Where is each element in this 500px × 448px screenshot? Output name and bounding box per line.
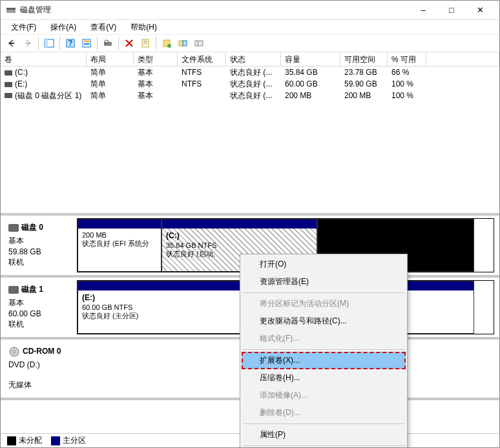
toolbar: ? — [1, 34, 499, 52]
svg-point-2 — [13, 11, 14, 12]
close-button[interactable]: ✕ — [466, 1, 494, 19]
cell-status: 状态良好 (... — [226, 66, 281, 79]
partition[interactable]: 200 MB状态良好 (EFI 系统分 — [78, 219, 161, 272]
col-capacity[interactable]: 容量 — [281, 52, 340, 66]
ctx-change-letter[interactable]: 更改驱动器号和路径(C)... — [242, 312, 406, 330]
svg-rect-10 — [84, 41, 89, 42]
disk-icon — [8, 224, 19, 232]
tool-button-3[interactable] — [192, 36, 206, 50]
svg-rect-21 — [179, 41, 183, 46]
disk-status: 无媒体 — [8, 380, 74, 391]
cell-layout: 简单 — [87, 90, 134, 102]
cell-capacity: 200 MB — [281, 90, 340, 101]
delete-button[interactable] — [122, 36, 136, 50]
col-layout[interactable]: 布局 — [87, 52, 134, 66]
partition-size: 200 MB — [82, 231, 157, 239]
ctx-shrink-volume[interactable]: 压缩卷(H)... — [242, 369, 406, 387]
svg-text:?: ? — [68, 39, 72, 48]
menu-file[interactable]: 文件(F) — [5, 21, 43, 34]
disk-name: CD-ROM 0 — [8, 346, 74, 358]
volume-icon — [5, 93, 12, 98]
help-button[interactable]: ? — [63, 36, 78, 50]
col-volume[interactable]: 卷 — [1, 52, 87, 66]
cell-capacity: 60.00 GB — [281, 79, 340, 89]
cell-free: 59.90 GB — [340, 79, 388, 89]
disk-status: 联机 — [8, 319, 74, 330]
svg-rect-1 — [6, 8, 16, 10]
ctx-mark-active: 将分区标记为活动分区(M) — [242, 295, 406, 312]
ctx-explorer[interactable]: 资源管理器(E) — [242, 273, 406, 290]
properties-button[interactable] — [138, 36, 152, 50]
svg-rect-22 — [183, 41, 187, 46]
partition-size: 35.84 GB NTFS — [166, 241, 313, 249]
cell-capacity: 35.84 GB — [281, 67, 340, 77]
cell-pct: 100 % — [388, 79, 426, 89]
partition-status: 状态良好 (EFI 系统分 — [82, 239, 157, 249]
disk-type: 基本 — [8, 298, 74, 309]
svg-rect-4 — [25, 43, 30, 44]
maximize-button[interactable]: □ — [437, 1, 466, 19]
volume-icon — [5, 70, 12, 76]
cell-pct: 100 % — [388, 90, 426, 101]
title-bar: 磁盘管理 – □ ✕ — [1, 1, 499, 20]
ctx-add-mirror: 添加镜像(A)... — [242, 387, 406, 404]
menu-bar: 文件(F) 操作(A) 查看(V) 帮助(H) — [1, 20, 499, 34]
svg-rect-12 — [104, 42, 112, 46]
disk-size: 59.88 GB — [8, 247, 74, 256]
disk-type: DVD (D:) — [8, 360, 74, 369]
app-icon — [6, 5, 16, 15]
cell-type: 基本 — [134, 66, 178, 79]
svg-rect-6 — [45, 39, 48, 47]
ctx-extend-volume[interactable]: 扩展卷(X)... — [242, 352, 406, 369]
cell-free: 23.78 GB — [340, 67, 388, 77]
forward-button[interactable] — [21, 36, 35, 50]
volume-row[interactable]: (磁盘 0 磁盘分区 1)简单基本状态良好 (...200 MB200 MB10… — [1, 90, 499, 101]
settings-button[interactable] — [79, 36, 94, 50]
partition-name: (C:) — [166, 231, 313, 240]
legend-swatch-unallocated — [7, 436, 16, 445]
col-pctfree[interactable]: % 可用 — [388, 52, 426, 66]
menu-help[interactable]: 帮助(H) — [124, 21, 163, 34]
svg-point-20 — [167, 44, 171, 48]
volume-row[interactable]: (E:)简单基本NTFS状态良好 (...60.00 GB59.90 GB100… — [1, 78, 499, 90]
volume-row[interactable]: (C:)简单基本NTFS状态良好 (...35.84 GB23.78 GB66 … — [1, 66, 499, 78]
disk-type: 基本 — [8, 236, 74, 247]
disk-icon — [8, 286, 19, 294]
minimize-button[interactable]: – — [409, 1, 437, 19]
context-menu: 打开(O) 资源管理器(E) 将分区标记为活动分区(M) 更改驱动器号和路径(C… — [240, 254, 408, 448]
tool-button-1[interactable] — [160, 36, 174, 50]
menu-view[interactable]: 查看(V) — [84, 21, 123, 34]
svg-rect-11 — [84, 43, 89, 45]
col-filesystem[interactable]: 文件系统 — [178, 52, 226, 66]
disk-name: 磁盘 0 — [8, 222, 74, 233]
svg-rect-23 — [195, 41, 203, 46]
volume-name: (磁盘 0 磁盘分区 1) — [15, 91, 81, 100]
show-hide-tree-button[interactable] — [42, 36, 56, 50]
cell-type: 基本 — [134, 78, 178, 90]
volume-list: 卷 布局 类型 文件系统 状态 容量 可用空间 % 可用 (C:)简单基本NTF… — [1, 52, 499, 216]
cell-free: 200 MB — [340, 90, 388, 101]
legend-primary: 主分区 — [63, 436, 86, 445]
cell-fs — [178, 95, 226, 96]
legend-unallocated: 未分配 — [19, 436, 42, 445]
tool-button-2[interactable] — [176, 36, 190, 50]
volume-list-header: 卷 布局 类型 文件系统 状态 容量 可用空间 % 可用 — [1, 52, 499, 66]
svg-point-26 — [13, 351, 16, 353]
cell-pct: 66 % — [388, 67, 426, 77]
col-type[interactable]: 类型 — [134, 52, 178, 66]
refresh-button[interactable] — [101, 36, 115, 50]
volume-name: (E:) — [15, 79, 27, 88]
col-free[interactable]: 可用空间 — [340, 52, 388, 66]
disk-label-panel[interactable]: CD-ROM 0DVD (D:) 无媒体 — [6, 342, 77, 395]
disk-label-panel[interactable]: 磁盘 0基本59.88 GB联机 — [6, 218, 77, 272]
cell-layout: 简单 — [87, 78, 134, 90]
ctx-properties[interactable]: 属性(P) — [242, 426, 406, 443]
ctx-delete-volume: 删除卷(D)... — [242, 404, 406, 422]
disk-label-panel[interactable]: 磁盘 1基本60.00 GB联机 — [6, 280, 77, 334]
back-button[interactable] — [5, 36, 19, 50]
col-status[interactable]: 状态 — [226, 52, 281, 66]
ctx-open[interactable]: 打开(O) — [242, 256, 406, 273]
volume-icon — [5, 82, 12, 87]
svg-rect-24 — [198, 41, 198, 46]
menu-action[interactable]: 操作(A) — [44, 21, 83, 34]
